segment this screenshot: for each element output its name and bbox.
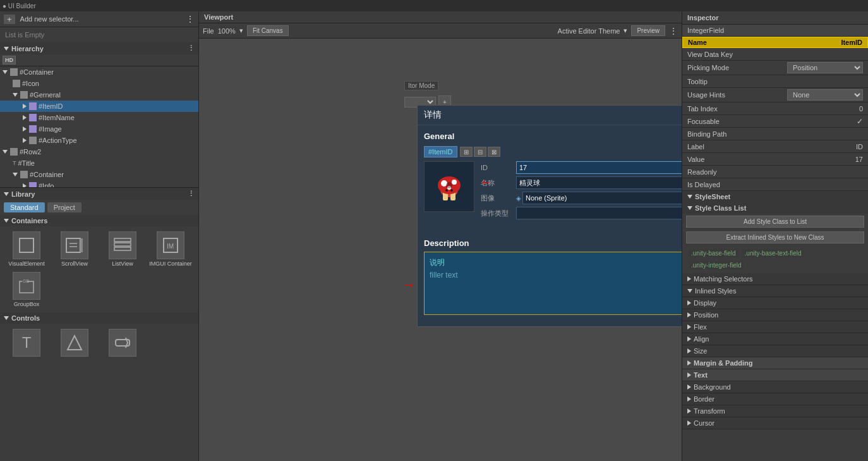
tree-item-icon[interactable]: #Icon bbox=[0, 78, 198, 89]
tree-item-itemname[interactable]: #ItemName bbox=[0, 112, 198, 123]
tooltip-label: Tooltip bbox=[687, 78, 863, 85]
viewport-toolbar: File 100% ▾ Fit Canvas Active Editor The… bbox=[199, 23, 682, 39]
general-title: General bbox=[424, 132, 682, 141]
transform-section-header[interactable]: Transform bbox=[682, 405, 868, 417]
tree-item-itemid[interactable]: #ItemID bbox=[0, 101, 198, 112]
library-item-imgui-container[interactable]: IM IMGUI Container bbox=[149, 231, 192, 267]
tab-standard[interactable]: Standard bbox=[4, 202, 45, 212]
controls-text-item[interactable]: T bbox=[5, 329, 48, 357]
controls-item3[interactable] bbox=[101, 329, 144, 357]
zoom-dropdown[interactable]: 100% bbox=[218, 27, 236, 35]
item-id-tag: #ItemID bbox=[424, 146, 457, 157]
inspector-row-view-data-key: View Data Key bbox=[682, 48, 868, 61]
style-class-list-header[interactable]: Style Class List bbox=[682, 202, 868, 214]
text-section-header[interactable]: Text bbox=[682, 369, 868, 381]
id-label: ID bbox=[481, 164, 512, 171]
tree-item-container2-label: #Container bbox=[30, 171, 64, 178]
readonly-label: Readonly bbox=[687, 168, 863, 176]
fit-canvas-btn[interactable]: Fit Canvas bbox=[247, 25, 289, 36]
visual-element-label: VisualElement bbox=[8, 261, 44, 267]
app-title: ● UI Builder bbox=[3, 3, 36, 9]
icon-element-icon bbox=[13, 80, 20, 87]
file-label: File bbox=[203, 27, 214, 35]
tree-item-container2[interactable]: #Container bbox=[0, 169, 198, 180]
hd-badge: HD bbox=[3, 56, 16, 65]
add-style-class-btn[interactable]: Add Style Class to List bbox=[686, 216, 864, 228]
style-tag-1[interactable]: .unity-base-field bbox=[689, 249, 738, 257]
style-tag-3[interactable]: .unity-integer-field bbox=[689, 261, 744, 269]
library-grid: VisualElement ScrollView ListView bbox=[0, 226, 198, 312]
align-section-header[interactable]: Align bbox=[682, 333, 868, 345]
listview-icon bbox=[109, 231, 136, 259]
library-item-listview[interactable]: ListView bbox=[101, 231, 144, 267]
usage-hints-select[interactable]: None bbox=[787, 89, 863, 101]
controls-item2[interactable] bbox=[53, 329, 96, 357]
visual-element-icon bbox=[13, 231, 40, 259]
name-input[interactable] bbox=[516, 176, 682, 189]
image-input[interactable] bbox=[522, 192, 682, 204]
style-tag-2[interactable]: .unity-base-text-field bbox=[742, 249, 804, 257]
hierarchy-options-btn[interactable]: ⋮ bbox=[188, 44, 195, 52]
stylesheets-menu-btn[interactable]: ⋮ bbox=[186, 14, 195, 24]
position-section-header[interactable]: Position bbox=[682, 309, 868, 321]
inspector-row-picking-mode: Picking Mode Position bbox=[682, 61, 868, 75]
extract-inlined-btn[interactable]: Extract Inlined Styles to New Class bbox=[686, 231, 864, 243]
background-toggle-icon bbox=[687, 384, 691, 390]
matching-selectors-label: Matching Selectors bbox=[694, 275, 753, 283]
char-icon-3[interactable]: ⊠ bbox=[488, 147, 500, 157]
inlined-styles-header[interactable]: Inlined Styles bbox=[682, 285, 868, 297]
margin-padding-section-header[interactable]: Margin & Padding bbox=[682, 357, 868, 369]
tree-item-row2[interactable]: #Row2 bbox=[0, 146, 198, 157]
tree-item-info[interactable]: #Info bbox=[0, 180, 198, 187]
matching-selectors-header[interactable]: Matching Selectors bbox=[682, 273, 868, 285]
containers-section-header[interactable]: Containers bbox=[0, 215, 198, 226]
stylesheet-section-header[interactable]: StyleSheet bbox=[682, 191, 868, 202]
preview-btn[interactable]: Preview bbox=[631, 25, 665, 36]
scrollview-icon bbox=[61, 231, 88, 259]
size-section-header[interactable]: Size bbox=[682, 345, 868, 357]
char-icon-2[interactable]: ⊟ bbox=[474, 147, 486, 157]
tree-item-icon-label: #Icon bbox=[22, 80, 39, 87]
tree-item-container[interactable]: #Container bbox=[0, 66, 198, 78]
library-item-scrollview[interactable]: ScrollView bbox=[53, 231, 96, 267]
tree-item-actiontype[interactable]: #ActionType bbox=[0, 135, 198, 146]
inspector-row-usage-hints: Usage Hints None bbox=[682, 88, 868, 102]
style-class-list-toggle-icon bbox=[687, 206, 692, 210]
tree-item-title[interactable]: T #Title bbox=[0, 157, 198, 169]
hierarchy-header[interactable]: Hierarchy ⋮ bbox=[0, 42, 198, 54]
library-header[interactable]: Library ⋮ bbox=[0, 188, 198, 200]
picking-mode-select[interactable]: Position bbox=[787, 62, 863, 73]
tab-project[interactable]: Project bbox=[47, 202, 81, 212]
id-input[interactable] bbox=[516, 161, 682, 174]
flex-section-header[interactable]: Flex bbox=[682, 321, 868, 333]
value-label: Value bbox=[687, 156, 855, 163]
char-icon-1[interactable]: ⊞ bbox=[460, 147, 473, 157]
add-stylesheet-btn[interactable]: + bbox=[4, 15, 15, 24]
itemname-expand-icon bbox=[23, 115, 27, 120]
library-item-visual-element[interactable]: VisualElement bbox=[5, 231, 48, 267]
description-box: 说明 filler text bbox=[424, 252, 682, 315]
margin-padding-toggle-icon bbox=[687, 360, 691, 366]
cursor-section-header[interactable]: Cursor bbox=[682, 417, 868, 429]
focusable-checkbox[interactable]: ✓ bbox=[857, 117, 863, 126]
controls-section-header[interactable]: Controls bbox=[0, 312, 198, 324]
itemid-expand-icon bbox=[23, 104, 27, 109]
tree-item-gerneral[interactable]: #Gerneral bbox=[0, 89, 198, 101]
tree-item-image[interactable]: #Image bbox=[0, 123, 198, 135]
display-section-header[interactable]: Display bbox=[682, 297, 868, 309]
add-selector-btn[interactable]: Add new selector... bbox=[18, 15, 81, 23]
background-section-header[interactable]: Background bbox=[682, 381, 868, 393]
svg-text:GB: GB bbox=[23, 279, 29, 283]
library-toggle-icon bbox=[4, 192, 9, 196]
text-label: Text bbox=[694, 371, 708, 379]
left-panel: + Add new selector... ⋮ List is Empty Hi… bbox=[0, 11, 199, 461]
border-toggle-icon bbox=[687, 396, 691, 402]
library-item-groupbox[interactable]: GB GroupBox bbox=[5, 272, 48, 307]
value-value: 17 bbox=[855, 156, 863, 163]
viewport-menu-btn[interactable]: ⋮ bbox=[669, 26, 678, 36]
info-element-icon bbox=[29, 182, 37, 187]
library-options-btn[interactable]: ⋮ bbox=[188, 190, 195, 198]
actiontype-select[interactable] bbox=[516, 207, 682, 219]
description-title: Description bbox=[424, 238, 682, 248]
border-section-header[interactable]: Border bbox=[682, 393, 868, 405]
